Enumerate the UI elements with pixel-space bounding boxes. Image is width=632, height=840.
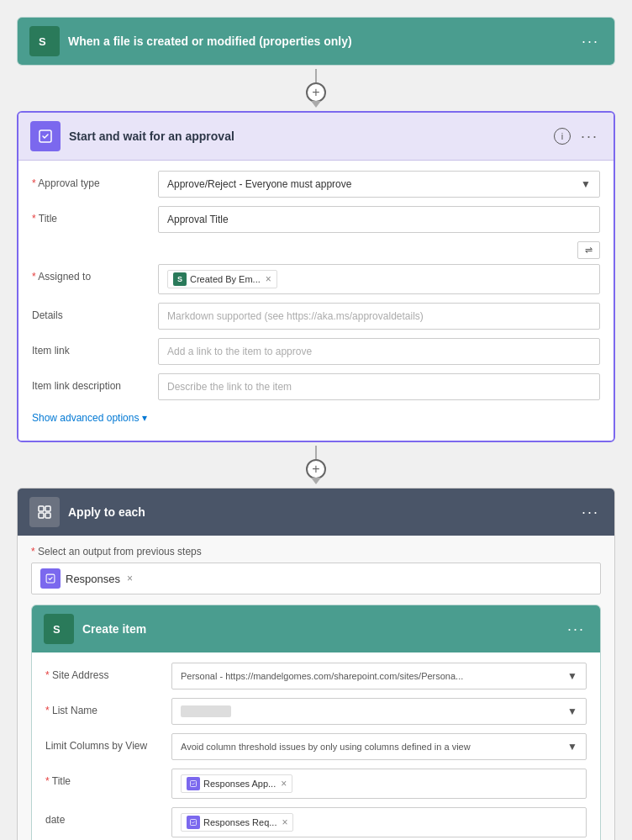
date-row: date Responses Req... × bbox=[45, 807, 587, 837]
svg-text:S: S bbox=[39, 35, 46, 48]
create-title-row: * Title Responses App... bbox=[45, 769, 587, 799]
create-item-title: Create item bbox=[82, 622, 556, 636]
create-title-tag-close[interactable]: × bbox=[281, 778, 287, 790]
connector-arrow-1 bbox=[311, 101, 321, 108]
date-tag: Responses Req... × bbox=[181, 813, 293, 832]
approval-title-label: * Title bbox=[32, 206, 150, 225]
details-label: Details bbox=[32, 303, 150, 321]
transfer-icon-row: ⇌ bbox=[32, 241, 600, 259]
item-link-input[interactable] bbox=[167, 346, 591, 357]
trigger-icon: S bbox=[29, 26, 60, 56]
svg-text:S: S bbox=[53, 623, 61, 636]
date-input[interactable]: Responses Req... × bbox=[171, 807, 587, 837]
responses-icon bbox=[40, 568, 61, 589]
svg-rect-5 bbox=[45, 513, 50, 518]
item-link-desc-row: Item link description bbox=[32, 373, 600, 400]
connector-line-1 bbox=[315, 69, 317, 82]
transfer-button[interactable]: ⇌ bbox=[577, 241, 600, 259]
limit-columns-row: Limit Columns by View Avoid column thres… bbox=[45, 733, 587, 760]
approval-actions: i ··· bbox=[554, 126, 602, 147]
approval-type-row: * Approval type Approve/Reject - Everyon… bbox=[32, 171, 600, 198]
site-address-chevron: ▼ bbox=[567, 670, 577, 682]
create-title-tag: Responses App... × bbox=[181, 774, 292, 793]
approval-icon bbox=[30, 121, 61, 151]
apply-each-card: Apply to each ··· * Select an output fro… bbox=[17, 488, 615, 840]
list-name-label: * List Name bbox=[45, 698, 163, 716]
approval-body: * Approval type Approve/Reject - Everyon… bbox=[18, 161, 614, 441]
trigger-title: When a file is created or modified (prop… bbox=[68, 34, 570, 48]
item-link-label: Item link bbox=[32, 338, 150, 357]
details-row: Details bbox=[32, 303, 600, 330]
item-link-desc-input[interactable] bbox=[167, 381, 591, 393]
limit-columns-dropdown[interactable]: Avoid column threshold issues by only us… bbox=[171, 733, 587, 760]
trigger-dots-menu[interactable]: ··· bbox=[578, 31, 603, 52]
apply-each-actions: ··· bbox=[578, 502, 603, 523]
create-item-actions: ··· bbox=[564, 619, 588, 640]
details-input[interactable] bbox=[167, 310, 591, 322]
connector-arrow-2 bbox=[311, 478, 321, 484]
site-address-label: * Site Address bbox=[45, 663, 163, 681]
item-link-desc-input-wrapper bbox=[158, 373, 600, 400]
apply-each-body: * Select an output from previous steps R… bbox=[18, 536, 614, 840]
list-name-blurred bbox=[181, 705, 231, 717]
create-title-input[interactable]: Responses App... × bbox=[171, 769, 587, 799]
assigned-to-input[interactable]: S Created By Em... × bbox=[158, 264, 600, 294]
item-link-desc-label: Item link description bbox=[32, 373, 150, 392]
date-tag-icon bbox=[187, 816, 200, 829]
svg-rect-4 bbox=[39, 513, 44, 518]
apply-each-icon bbox=[29, 497, 60, 527]
info-icon[interactable]: i bbox=[554, 128, 571, 145]
assigned-to-tag: S Created By Em... × bbox=[167, 270, 277, 288]
show-advanced-button[interactable]: Show advanced options ▾ bbox=[32, 409, 600, 431]
approval-dots-menu[interactable]: ··· bbox=[577, 126, 602, 147]
trigger-header: S When a file is created or modified (pr… bbox=[18, 18, 614, 65]
create-item-dots[interactable]: ··· bbox=[564, 619, 588, 640]
item-link-input-wrapper bbox=[158, 338, 600, 365]
approval-card: Start and wait for an approval i ··· * A… bbox=[17, 111, 615, 442]
approval-header-title: Start and wait for an approval bbox=[69, 129, 545, 143]
create-item-icon: S bbox=[44, 614, 74, 644]
connector-1: + bbox=[17, 69, 615, 108]
approval-title-input-wrapper bbox=[158, 206, 600, 233]
assigned-to-tag-icon: S bbox=[173, 272, 187, 286]
responses-tag-close[interactable]: × bbox=[127, 573, 133, 584]
svg-rect-3 bbox=[45, 506, 50, 511]
connector-line-2 bbox=[315, 446, 317, 459]
create-item-card: S Create item ··· * Site Address Persona… bbox=[31, 605, 601, 840]
list-name-row: * List Name ▼ bbox=[45, 698, 587, 725]
date-label: date bbox=[45, 807, 163, 826]
add-step-button-1[interactable]: + bbox=[306, 82, 326, 103]
create-item-header: S Create item ··· bbox=[32, 605, 600, 652]
item-link-row: Item link bbox=[32, 338, 600, 365]
create-item-body: * Site Address Personal - https://mandel… bbox=[32, 652, 600, 840]
connector-2: + bbox=[17, 446, 615, 484]
approval-type-label: * Approval type bbox=[32, 171, 150, 189]
date-tag-close[interactable]: × bbox=[282, 816, 287, 828]
limit-columns-label: Limit Columns by View bbox=[45, 733, 163, 752]
approval-title-row: * Title bbox=[32, 206, 600, 233]
approval-title-input[interactable] bbox=[167, 214, 591, 225]
list-name-chevron: ▼ bbox=[567, 705, 577, 717]
apply-each-dots[interactable]: ··· bbox=[578, 502, 603, 523]
create-title-label: * Title bbox=[45, 769, 163, 787]
apply-each-title: Apply to each bbox=[68, 505, 570, 519]
site-address-row: * Site Address Personal - https://mandel… bbox=[45, 663, 587, 689]
apply-each-header: Apply to each ··· bbox=[18, 489, 614, 536]
show-advanced-chevron: ▾ bbox=[142, 412, 147, 424]
approval-header: Start and wait for an approval i ··· bbox=[18, 113, 614, 161]
limit-columns-chevron: ▼ bbox=[567, 741, 577, 753]
site-address-dropdown[interactable]: Personal - https://mandelgomes.com/share… bbox=[171, 663, 587, 689]
svg-rect-2 bbox=[39, 506, 44, 511]
select-output-label: * Select an output from previous steps bbox=[31, 546, 601, 557]
approval-type-dropdown[interactable]: Approve/Reject - Everyone must approve ▼ bbox=[158, 171, 600, 198]
list-name-dropdown[interactable]: ▼ bbox=[171, 698, 587, 725]
add-step-button-2[interactable]: + bbox=[306, 459, 326, 479]
create-title-tag-icon bbox=[187, 777, 200, 790]
assigned-to-tag-close[interactable]: × bbox=[266, 273, 271, 285]
details-input-wrapper bbox=[158, 303, 600, 330]
assigned-to-label: * Assigned to bbox=[32, 264, 150, 283]
trigger-actions: ··· bbox=[578, 31, 603, 52]
trigger-card: S When a file is created or modified (pr… bbox=[17, 17, 615, 66]
assigned-to-row: * Assigned to S Created By Em... × bbox=[32, 264, 600, 294]
responses-input[interactable]: Responses × bbox=[31, 563, 601, 594]
